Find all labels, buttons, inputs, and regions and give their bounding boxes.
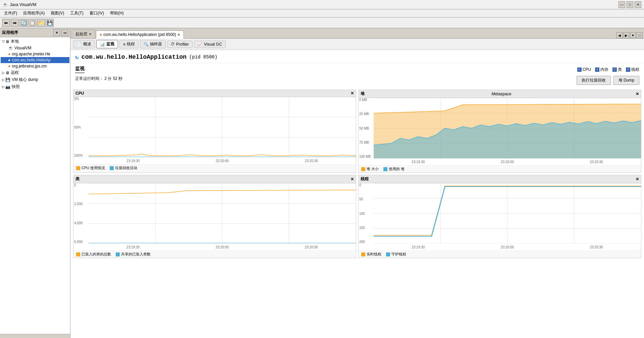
chart-heap-subtitle: Metaspace [492, 92, 512, 96]
toolbar-btn-save[interactable]: 💾 [46, 19, 54, 27]
toolbar-btn-back[interactable]: ⬅ [2, 19, 10, 27]
toolbar-btn-new[interactable]: 📋 [28, 19, 36, 27]
chart-cpu: CPU ✕ 100% 50% 0% [73, 90, 356, 173]
legend-gc-color [110, 166, 114, 170]
sub-tab-visual-gc[interactable]: 📈 Visual GC [194, 41, 226, 48]
jmeter-icon: ● [8, 52, 10, 56]
sidebar-item-hello[interactable]: ● com.wu.hello.HelloAp [1, 57, 69, 63]
chart-cpu-yaxis: 100% 50% 0% [73, 97, 89, 157]
toolbar-btn-refresh[interactable]: 🔄 [19, 19, 28, 27]
checkbox-cpu-box[interactable]: ✓ [577, 67, 582, 72]
legend-classes-total-color [76, 252, 80, 256]
chart-classes-yaxis: 6,000 4,000 2,000 0 [73, 183, 89, 244]
close-button[interactable]: ✕ [635, 1, 641, 8]
gc-button[interactable]: 执行垃圾回收 [577, 76, 611, 85]
heap-dump-button[interactable]: 堆 Dump [613, 76, 639, 85]
sub-tab-overview[interactable]: 📄 概述 [73, 40, 95, 48]
app-icon: ☕ [3, 2, 8, 7]
chart-classes-close[interactable]: ✕ [351, 177, 354, 182]
monitor-section: 监视 ✓ CPU ✓ 内存 [70, 63, 644, 88]
checkbox-memory-box[interactable]: ✓ [595, 67, 599, 72]
chart-threads-xaxis: 23:19:30 23:20:00 23:20:30 [374, 244, 641, 250]
y-classes-4000: 4,000 [74, 221, 87, 225]
chart-heap-close[interactable]: ✕ [636, 92, 639, 96]
chart-threads-plot [374, 183, 641, 244]
y-50: 50% [74, 126, 87, 129]
uptime-row: 正常运行时间： 2 分 52 秒 [75, 76, 122, 82]
tab-start-close[interactable]: ✕ [89, 32, 92, 36]
menu-view[interactable]: 视图(V) [48, 10, 67, 17]
menu-app[interactable]: 应用程序(A) [20, 10, 47, 17]
checkbox-thread-box[interactable]: ✓ [626, 67, 630, 72]
sampler-icon: 🔍 [144, 42, 149, 47]
sub-tab-visual-gc-label: Visual GC [204, 42, 222, 47]
menu-help[interactable]: 帮助(H) [107, 10, 126, 17]
app-title: ↻ com.wu.hello.HelloApplication (pid 850… [75, 53, 639, 61]
sidebar-item-jmeter[interactable]: ● org.apache.jmeter.He [1, 51, 69, 57]
hello-icon: ● [8, 58, 10, 62]
expand-icon-snapshot[interactable]: ▷ [2, 85, 5, 89]
sidebar-item-jetbrains[interactable]: ● org.jetbrains.jps.cm [1, 63, 69, 69]
sidebar-collapse-btn[interactable]: ▭ [61, 29, 68, 36]
menu-file[interactable]: 文件(F) [1, 10, 20, 17]
tab-hello[interactable]: ● com.wu.hello.HelloApplication (pid 850… [96, 31, 184, 39]
x-heap-0: 23:19:30 [412, 160, 425, 164]
expand-icon-vmdump[interactable]: ▷ [2, 78, 5, 82]
sub-tab-monitor[interactable]: 📊 监视 [96, 40, 118, 48]
sidebar-close-btn[interactable]: ✕ [53, 29, 60, 36]
expand-icon-remote[interactable]: ▷ [2, 71, 5, 75]
chart-classes: 类 ✕ 6,000 4,000 2,000 0 [73, 175, 356, 258]
toolbar-btn-open[interactable]: 📁 [37, 19, 45, 27]
expand-icon-local[interactable]: ▽ [2, 40, 5, 43]
checkbox-cpu[interactable]: ✓ CPU [577, 67, 591, 72]
tab-start-label: 起始页 [75, 31, 88, 37]
chart-classes-legend: 已装入的类的总数 共享的已装入类数 [73, 250, 356, 258]
sub-tab-profiler[interactable]: ⏱ Profiler [167, 41, 193, 48]
maximize-button[interactable]: □ [627, 1, 633, 8]
monitor-title: 监视 [75, 66, 85, 73]
chart-heap-header: 堆 Metaspace ✕ [359, 90, 641, 98]
checkbox-thread[interactable]: ✓ 线程 [626, 67, 639, 73]
tab-nav-dropdown[interactable]: ▼ [630, 32, 636, 38]
tab-icon: ● [100, 32, 102, 37]
sidebar-scrollbar[interactable] [0, 334, 70, 338]
menu-window[interactable]: 窗口(\V) [87, 10, 107, 17]
legend-threads-daemon-label: 守护线程 [391, 252, 406, 257]
chart-cpu-close[interactable]: ✕ [351, 91, 354, 96]
y-classes-2000: 2,000 [74, 202, 87, 206]
legend-threads-daemon-color [386, 252, 390, 256]
legend-gc-activity: 垃圾回收活动 [110, 165, 137, 171]
toolbar-btn-forward[interactable]: ➡ [11, 19, 19, 27]
sidebar-item-vm-dump[interactable]: ▷ 💾 VM 核心 dump [1, 76, 69, 83]
x-threads-1: 23:20:00 [501, 245, 514, 249]
checkbox-memory[interactable]: ✓ 内存 [595, 67, 608, 73]
main-layout: 应用程序 ✕ ▭ ▽ 🖥 本地 ☕ VisualVM ● org.apache.… [0, 28, 644, 338]
y-0: 0% [74, 97, 87, 101]
app-header: ↻ com.wu.hello.HelloApplication (pid 850… [70, 50, 644, 63]
checkbox-class-box[interactable]: ✓ [612, 67, 617, 72]
sidebar-item-remote[interactable]: ▷ 🖥 远程 [1, 69, 69, 76]
monitor-header: 监视 ✓ CPU ✓ 内存 [75, 66, 639, 73]
chart-classes-header: 类 ✕ [73, 175, 356, 183]
tab-bar: 起始页 ✕ ● com.wu.hello.HelloApplication (p… [70, 28, 644, 39]
sidebar: 应用程序 ✕ ▭ ▽ 🖥 本地 ☕ VisualVM ● org.apache.… [0, 28, 70, 338]
minimize-button[interactable]: — [619, 1, 625, 8]
sidebar-item-local[interactable]: ▽ 🖥 本地 [1, 38, 69, 45]
sub-tab-sampler[interactable]: 🔍 抽样器 [140, 40, 166, 48]
tab-nav-prev[interactable]: ◀ [616, 32, 623, 38]
x-cpu-2: 23:20:30 [305, 159, 318, 163]
sub-tab-threads[interactable]: ≡ 线程 [119, 40, 139, 48]
legend-threads-daemon: 守护线程 [386, 252, 406, 257]
tab-nav-next[interactable]: ▶ [623, 32, 629, 38]
chart-threads-close[interactable]: ✕ [636, 177, 639, 182]
legend-heap-used-label: 使用的 堆 [389, 166, 405, 172]
chart-classes-body: 6,000 4,000 2,000 0 [73, 183, 356, 250]
menu-tools[interactable]: 工具(T) [67, 10, 86, 17]
checkbox-class[interactable]: ✓ 类 [612, 67, 622, 73]
sidebar-item-snapshot[interactable]: ▷ 📷 快照 [1, 83, 69, 90]
tab-hello-close[interactable]: ✕ [177, 33, 180, 37]
tab-nav-window[interactable]: □ [637, 32, 643, 38]
sidebar-item-visualvm[interactable]: ☕ VisualVM [1, 45, 69, 51]
x-classes-0: 23:19:30 [126, 245, 140, 249]
tab-start[interactable]: 起始页 ✕ [72, 30, 95, 38]
